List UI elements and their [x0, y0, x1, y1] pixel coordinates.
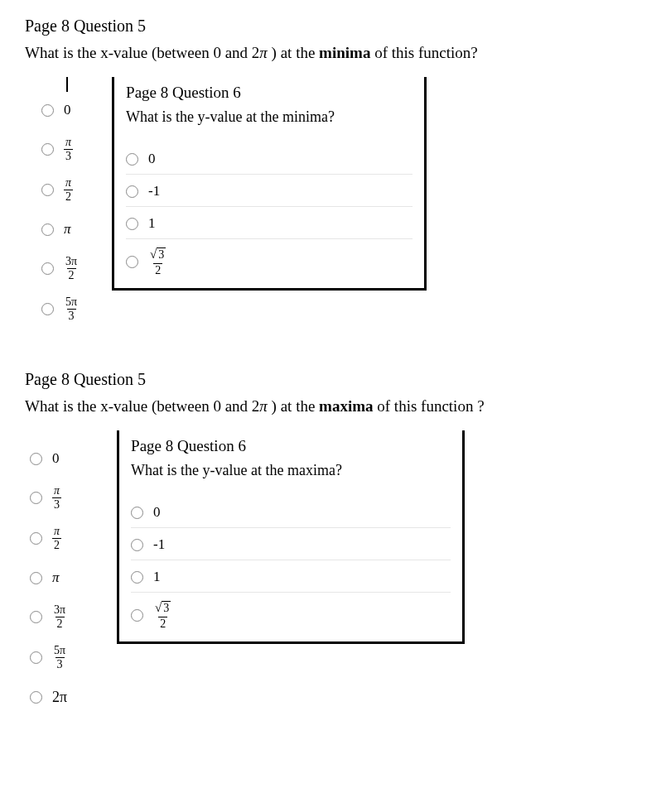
- q5b-option-pi-3[interactable]: π3: [30, 485, 67, 511]
- q6b-title: Page 8 Question 6: [131, 437, 451, 455]
- radio-icon: [41, 303, 54, 315]
- q5b-prompt: What is the x-value (between 0 and 2π ) …: [25, 397, 636, 416]
- radio-icon: [30, 691, 42, 704]
- radio-icon: [126, 218, 138, 230]
- radio-icon: [126, 185, 138, 198]
- radio-icon: [30, 492, 42, 504]
- q5b-option-pi-2[interactable]: π2: [30, 526, 67, 551]
- q5-option-5pi-3[interactable]: 5π3: [41, 296, 79, 322]
- q5-title: Page 8 Question 5: [25, 17, 636, 36]
- radio-icon: [30, 532, 42, 545]
- radio-icon: [41, 262, 54, 275]
- question-block-1: Page 8 Question 5 What is the x-value (b…: [25, 17, 636, 337]
- q6b-option-neg1[interactable]: -1: [131, 536, 451, 560]
- radio-icon: [30, 572, 42, 584]
- question-block-2: Page 8 Question 5 What is the x-value (b…: [25, 370, 636, 723]
- q6-panel: Page 8 Question 6 What is the y-value at…: [112, 77, 427, 291]
- text-cursor: [66, 77, 68, 92]
- q6b-option-1[interactable]: 1: [131, 569, 451, 593]
- radio-icon: [41, 223, 54, 236]
- q6-option-0[interactable]: 0: [126, 151, 413, 175]
- q6b-option-sqrt3-2[interactable]: 3 2: [131, 601, 451, 630]
- q5-options: 0 π3 π2 π 3π2 5π3: [25, 77, 79, 337]
- radio-icon: [131, 571, 143, 584]
- q5-option-0[interactable]: 0: [41, 98, 79, 122]
- radio-icon: [131, 609, 143, 622]
- q6-prompt: What is the y-value at the minima?: [126, 108, 413, 126]
- q5-option-3pi-2[interactable]: 3π2: [41, 256, 79, 281]
- q5b-option-2pi[interactable]: 2π: [30, 685, 67, 709]
- radio-icon: [41, 184, 54, 196]
- radio-icon: [131, 507, 143, 519]
- q5b-option-0[interactable]: 0: [30, 447, 67, 470]
- q5-option-pi[interactable]: π: [41, 218, 79, 241]
- radio-icon: [126, 153, 138, 166]
- radio-icon: [30, 611, 42, 623]
- q5b-option-5pi-3[interactable]: 5π3: [30, 645, 67, 670]
- q6b-prompt: What is the y-value at the maxima?: [131, 462, 451, 479]
- radio-icon: [30, 651, 42, 664]
- radio-icon: [41, 104, 54, 117]
- q5b-option-3pi-2[interactable]: 3π2: [30, 604, 67, 630]
- q6-option-neg1[interactable]: -1: [126, 183, 413, 207]
- radio-icon: [41, 143, 54, 156]
- q5-prompt: What is the x-value (between 0 and 2π ) …: [25, 44, 636, 62]
- q5-option-pi-2[interactable]: π2: [41, 177, 79, 203]
- q5b-title: Page 8 Question 5: [25, 370, 636, 389]
- q6-option-1[interactable]: 1: [126, 215, 413, 239]
- radio-icon: [30, 453, 42, 465]
- radio-icon: [131, 539, 143, 551]
- q5b-options: 0 π3 π2 π 3π2 5π3: [25, 430, 67, 723]
- q6-option-sqrt3-2[interactable]: 3 2: [126, 247, 413, 276]
- q6-title: Page 8 Question 6: [126, 84, 413, 102]
- q5b-option-pi[interactable]: π: [30, 566, 67, 589]
- q5-option-pi-3[interactable]: π3: [41, 137, 79, 162]
- q6b-option-0[interactable]: 0: [131, 504, 451, 528]
- q6b-panel: Page 8 Question 6 What is the y-value at…: [117, 430, 465, 644]
- radio-icon: [126, 256, 138, 268]
